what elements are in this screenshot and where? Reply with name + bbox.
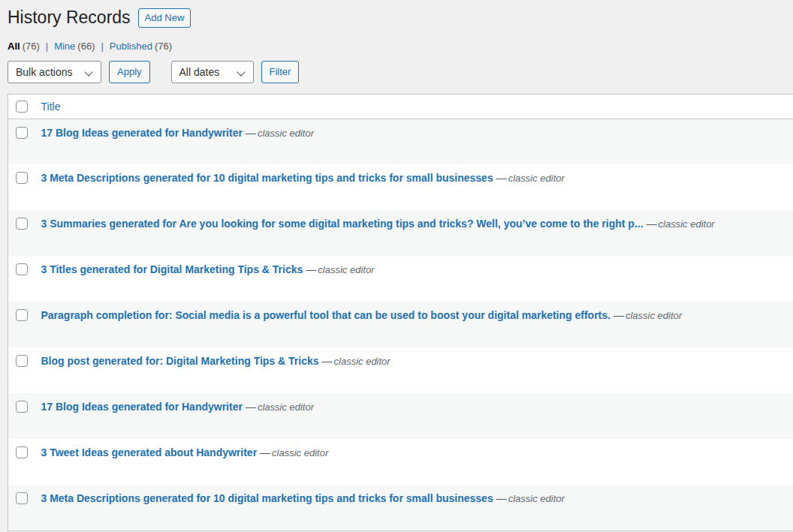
row-checkbox[interactable] bbox=[16, 446, 28, 458]
dash-separator: — bbox=[306, 263, 316, 275]
table-row: 3 Meta Descriptions generated for 10 dig… bbox=[8, 485, 793, 530]
editor-state-label: classic editor bbox=[508, 173, 565, 184]
editor-state-label: classic editor bbox=[626, 310, 682, 321]
row-checkbox[interactable] bbox=[16, 263, 28, 275]
table-header-row: Title bbox=[8, 94, 793, 119]
date-filter-select[interactable]: All dates bbox=[171, 61, 254, 83]
view-all-link[interactable]: All(76) bbox=[8, 41, 40, 52]
row-checkbox[interactable] bbox=[16, 172, 28, 184]
record-title-link[interactable]: 17 Blog Ideas generated for Handywriter bbox=[41, 401, 243, 413]
row-checkbox[interactable] bbox=[16, 218, 28, 230]
editor-state-label: classic editor bbox=[508, 493, 565, 504]
record-title-link[interactable]: 3 Titles generated for Digital Marketing… bbox=[41, 263, 303, 275]
editor-state-label: classic editor bbox=[272, 447, 328, 458]
table-row: 3 Summaries generated for Are you lookin… bbox=[8, 210, 793, 256]
view-mine-link[interactable]: Mine(66) bbox=[54, 41, 95, 52]
editor-state-label: classic editor bbox=[258, 128, 314, 139]
table-row: Paragraph completion for: Social media i… bbox=[8, 302, 793, 347]
dash-separator: — bbox=[496, 172, 507, 184]
row-checkbox[interactable] bbox=[16, 401, 28, 413]
table-row: Blog post generated for: Digital Marketi… bbox=[8, 347, 793, 393]
list-table-toolbar: Bulk actions Apply All dates Filter bbox=[8, 61, 793, 83]
column-title-sort-link[interactable]: Title bbox=[34, 101, 61, 113]
page-title: History Records bbox=[8, 7, 131, 29]
dash-separator: — bbox=[647, 218, 657, 230]
view-mine-count: (66) bbox=[77, 41, 95, 52]
record-title-link[interactable]: 3 Meta Descriptions generated for 10 dig… bbox=[41, 172, 493, 184]
select-all-checkbox[interactable] bbox=[16, 101, 28, 113]
dash-separator: — bbox=[260, 446, 270, 458]
row-checkbox[interactable] bbox=[16, 355, 28, 367]
row-checkbox[interactable] bbox=[16, 309, 28, 321]
row-checkbox[interactable] bbox=[16, 127, 28, 139]
view-published-link[interactable]: Published(76) bbox=[110, 41, 172, 52]
apply-button[interactable]: Apply bbox=[109, 61, 150, 83]
history-records-page: History Records Add New All(76) | Mine(6… bbox=[0, 0, 793, 531]
editor-state-label: classic editor bbox=[659, 218, 715, 230]
table-row: 3 Titles generated for Digital Marketing… bbox=[8, 256, 793, 302]
page-header: History Records Add New bbox=[8, 7, 793, 29]
dash-separator: — bbox=[246, 401, 256, 413]
dash-separator: — bbox=[496, 492, 507, 504]
filter-button[interactable]: Filter bbox=[261, 61, 300, 83]
date-filter-selected-value: All dates bbox=[179, 66, 220, 78]
chevron-down-icon bbox=[86, 69, 92, 75]
record-title-link[interactable]: 3 Summaries generated for Are you lookin… bbox=[41, 218, 644, 230]
record-title-link[interactable]: 3 Tweet Ideas generated about Handywrite… bbox=[41, 446, 258, 458]
table-row: 3 Meta Descriptions generated for 10 dig… bbox=[8, 164, 793, 210]
record-title-link[interactable]: Paragraph completion for: Social media i… bbox=[41, 309, 611, 321]
add-new-button[interactable]: Add New bbox=[138, 8, 191, 28]
dash-separator: — bbox=[322, 355, 333, 367]
separator: | bbox=[46, 41, 48, 52]
dash-separator: — bbox=[246, 127, 256, 139]
table-row: 3 Tweet Ideas generated about Handywrite… bbox=[8, 439, 793, 485]
row-checkbox[interactable] bbox=[16, 492, 28, 504]
chevron-down-icon bbox=[238, 69, 244, 75]
editor-state-label: classic editor bbox=[258, 401, 314, 413]
records-table-container: Title 17 Blog Ideas generated for Handyw… bbox=[8, 94, 793, 531]
bulk-actions-select[interactable]: Bulk actions bbox=[8, 61, 101, 83]
record-title-link[interactable]: 3 Meta Descriptions generated for 10 dig… bbox=[41, 492, 493, 504]
editor-state-label: classic editor bbox=[318, 264, 374, 275]
records-table: Title 17 Blog Ideas generated for Handyw… bbox=[8, 94, 793, 531]
view-filter-links: All(76) | Mine(66) | Published(76) bbox=[8, 41, 793, 52]
view-published-count: (76) bbox=[155, 41, 172, 52]
bulk-actions-selected-value: Bulk actions bbox=[16, 66, 72, 78]
view-all-count: (76) bbox=[23, 41, 40, 52]
separator: | bbox=[101, 41, 103, 52]
dash-separator: — bbox=[614, 309, 624, 321]
table-row: 17 Blog Ideas generated for Handywriter—… bbox=[8, 393, 793, 439]
editor-state-label: classic editor bbox=[334, 356, 390, 367]
table-row: 17 Blog Ideas generated for Handywriter—… bbox=[8, 119, 793, 164]
record-title-link[interactable]: Blog post generated for: Digital Marketi… bbox=[41, 355, 319, 367]
record-title-link[interactable]: 17 Blog Ideas generated for Handywriter bbox=[41, 127, 243, 139]
